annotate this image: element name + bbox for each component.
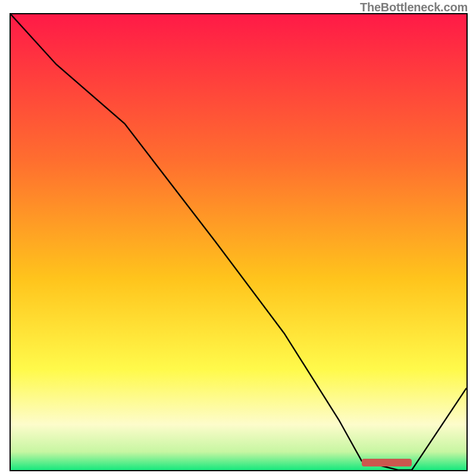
- chart-background-gradient: [11, 14, 466, 470]
- optimal-range-marker: [362, 459, 412, 466]
- watermark-text: TheBottleneck.com: [360, 1, 468, 14]
- chart-frame: [10, 13, 468, 471]
- svg-rect-0: [11, 14, 466, 470]
